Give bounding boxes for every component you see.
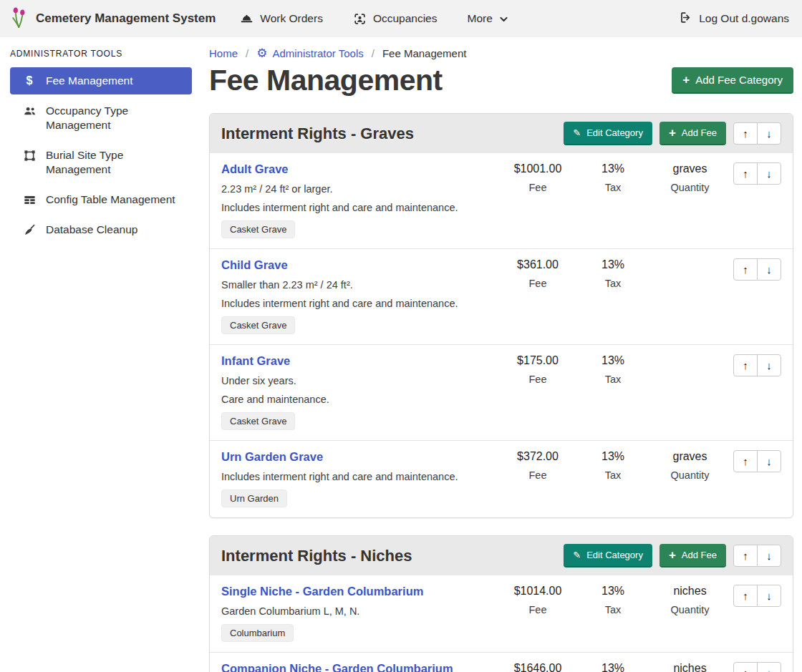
fee-type-badge: Casket Grave bbox=[221, 220, 295, 238]
move-fee-down-button[interactable]: ↓ bbox=[757, 450, 781, 472]
sidebar-item-database-cleanup[interactable]: Database Cleanup bbox=[10, 216, 192, 243]
quantity-unit: graves bbox=[649, 162, 731, 175]
tax-amount: 13% bbox=[577, 585, 649, 598]
edit-category-button[interactable]: ✎ Edit Category bbox=[564, 544, 652, 568]
plus-icon: + bbox=[669, 128, 676, 138]
category-card-niches: Interment Rights - Niches ✎ Edit Categor… bbox=[209, 535, 793, 672]
fee-reorder-controls: ↑ ↓ bbox=[733, 662, 781, 672]
move-fee-down-button[interactable]: ↓ bbox=[757, 662, 781, 672]
breadcrumb-home-link[interactable]: Home bbox=[209, 47, 238, 59]
logout-icon bbox=[679, 11, 692, 27]
sidebar: ADMINISTRATOR TOOLS $ Fee Management Occ… bbox=[0, 37, 200, 672]
tulip-logo-icon bbox=[10, 6, 29, 31]
fee-reorder-controls: ↑ ↓ bbox=[733, 258, 781, 281]
fee-type-badge: Columbarium bbox=[221, 624, 294, 642]
move-category-up-button[interactable]: ↑ bbox=[733, 545, 758, 567]
fee-type-badge: Urn Garden bbox=[221, 490, 287, 507]
quantity-unit: niches bbox=[649, 585, 731, 598]
fee-reorder-controls: ↑ ↓ bbox=[733, 162, 781, 185]
page-title: Fee Management bbox=[209, 64, 443, 97]
app-brand[interactable]: Cemetery Management System bbox=[10, 6, 216, 31]
category-reorder-controls: ↑ ↓ bbox=[733, 545, 781, 567]
fee-name-link[interactable]: Single Niche - Garden Columbarium bbox=[221, 585, 498, 598]
sidebar-item-occupancy-type-management[interactable]: Occupancy Type Management bbox=[10, 97, 192, 139]
nav-logout[interactable]: Log Out d.gowans bbox=[679, 11, 789, 27]
breadcrumb-admin-tools-link[interactable]: ⚙ Administrator Tools bbox=[256, 47, 364, 59]
hard-hat-icon bbox=[240, 12, 253, 26]
fee-row-urn-garden-grave: Urn Garden Grave Includes interment righ… bbox=[210, 441, 793, 517]
category-header: Interment Rights - Niches ✎ Edit Categor… bbox=[210, 536, 793, 575]
fee-row-single-niche: Single Niche - Garden Columbarium Garden… bbox=[210, 575, 793, 653]
move-fee-up-button[interactable]: ↑ bbox=[733, 662, 758, 672]
tax-amount: 13% bbox=[577, 662, 649, 672]
tax-label: Tax bbox=[577, 604, 649, 615]
breadcrumb: Home / ⚙ Administrator Tools / Fee Manag… bbox=[209, 47, 793, 59]
sidebar-item-fee-management[interactable]: $ Fee Management bbox=[10, 67, 192, 94]
move-fee-down-button[interactable]: ↓ bbox=[757, 585, 781, 607]
fee-description: Includes interment right and care and ma… bbox=[221, 202, 498, 213]
tax-label: Tax bbox=[577, 374, 649, 385]
tax-label: Tax bbox=[577, 469, 649, 481]
quantity-unit: niches bbox=[649, 662, 731, 672]
dollar-icon: $ bbox=[22, 74, 37, 87]
tax-label: Tax bbox=[577, 278, 649, 289]
quantity-unit: graves bbox=[649, 450, 731, 463]
fee-name-link[interactable]: Infant Grave bbox=[221, 354, 498, 368]
top-navbar: Cemetery Management System Work Orders bbox=[0, 0, 802, 37]
sidebar-item-config-table-management[interactable]: Config Table Management bbox=[10, 186, 192, 213]
move-fee-down-button[interactable]: ↓ bbox=[757, 258, 781, 281]
fee-name-link[interactable]: Companion Niche - Garden Columbarium bbox=[221, 662, 498, 672]
sidebar-item-burial-site-type-management[interactable]: Burial Site Type Management bbox=[10, 142, 192, 183]
move-fee-down-button[interactable]: ↓ bbox=[757, 162, 781, 185]
plus-icon: + bbox=[669, 550, 676, 560]
tax-amount: 13% bbox=[577, 354, 649, 367]
fee-row-adult-grave: Adult Grave 2.23 m² / 24 ft² or larger. … bbox=[210, 153, 793, 249]
fee-name-link[interactable]: Child Grave bbox=[221, 258, 498, 272]
fee-amount: $175.00 bbox=[498, 354, 577, 367]
edit-category-button[interactable]: ✎ Edit Category bbox=[564, 122, 652, 145]
fee-reorder-controls: ↑ ↓ bbox=[733, 585, 781, 607]
move-category-up-button[interactable]: ↑ bbox=[733, 122, 758, 145]
category-card-graves: Interment Rights - Graves ✎ Edit Categor… bbox=[209, 113, 793, 518]
nav-occupancies-label: Occupancies bbox=[373, 12, 438, 25]
nav-work-orders[interactable]: Work Orders bbox=[240, 12, 323, 26]
move-fee-up-button[interactable]: ↑ bbox=[733, 354, 758, 376]
category-title: Interment Rights - Graves bbox=[221, 125, 556, 143]
fee-name-link[interactable]: Urn Garden Grave bbox=[221, 450, 498, 464]
fee-row-child-grave: Child Grave Smaller than 2.23 m² / 24 ft… bbox=[210, 249, 793, 345]
fee-label: Fee bbox=[498, 604, 577, 615]
nav-more-label: More bbox=[468, 12, 493, 25]
app-title: Cemetery Management System bbox=[36, 11, 216, 26]
fee-amount: $1001.00 bbox=[498, 162, 577, 175]
fee-label: Fee bbox=[498, 278, 577, 289]
move-category-down-button[interactable]: ↓ bbox=[757, 545, 781, 567]
navbar-menu: Work Orders Occupancies More bbox=[240, 12, 508, 26]
sidebar-header: ADMINISTRATOR TOOLS bbox=[10, 49, 192, 59]
sidebar-item-label: Config Table Management bbox=[46, 193, 175, 207]
tax-amount: 13% bbox=[577, 450, 649, 463]
main-content: Home / ⚙ Administrator Tools / Fee Manag… bbox=[200, 37, 802, 672]
fee-description: Smaller than 2.23 m² / 24 ft². bbox=[221, 279, 498, 291]
sidebar-item-label: Burial Site Type Management bbox=[46, 148, 185, 177]
move-fee-up-button[interactable]: ↑ bbox=[733, 585, 758, 607]
add-fee-button[interactable]: + Add Fee bbox=[660, 122, 726, 145]
pencil-icon: ✎ bbox=[573, 129, 581, 137]
move-fee-up-button[interactable]: ↑ bbox=[733, 258, 758, 281]
nav-more[interactable]: More bbox=[468, 12, 508, 25]
fee-description: Includes interment right and care and ma… bbox=[221, 298, 498, 309]
move-category-down-button[interactable]: ↓ bbox=[757, 122, 781, 145]
fee-name-link[interactable]: Adult Grave bbox=[221, 162, 498, 176]
move-fee-down-button[interactable]: ↓ bbox=[757, 354, 781, 376]
move-fee-up-button[interactable]: ↑ bbox=[733, 162, 758, 185]
fee-description: 2.23 m² / 24 ft² or larger. bbox=[221, 183, 498, 195]
fee-amount: $1014.00 bbox=[498, 585, 577, 598]
quantity-label: Quantity bbox=[649, 469, 731, 481]
sidebar-item-label: Database Cleanup bbox=[46, 223, 137, 237]
people-icon bbox=[22, 104, 37, 118]
nav-occupancies[interactable]: Occupancies bbox=[353, 12, 438, 26]
move-fee-up-button[interactable]: ↑ bbox=[733, 450, 758, 472]
frame-icon bbox=[22, 149, 37, 162]
fee-description: Includes interment right and care and ma… bbox=[221, 471, 498, 482]
add-fee-button[interactable]: + Add Fee bbox=[660, 544, 726, 568]
add-fee-category-button[interactable]: + Add Fee Category bbox=[672, 67, 793, 94]
